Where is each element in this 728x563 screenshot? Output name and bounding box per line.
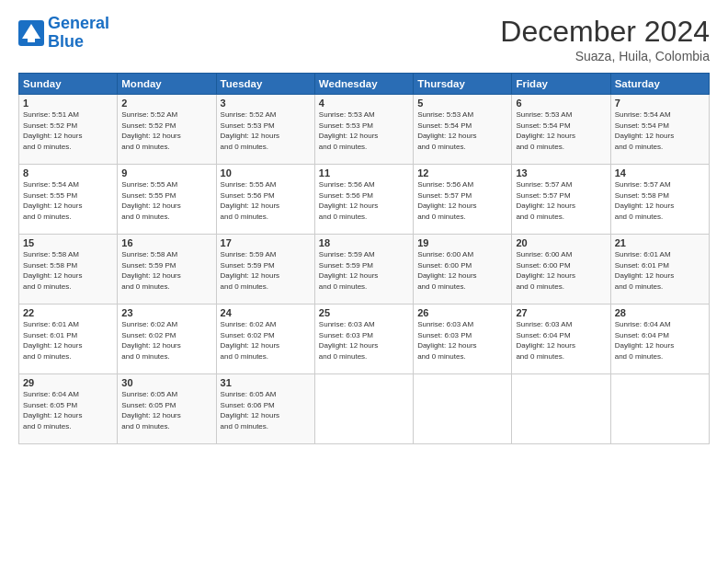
calendar-cell: 14Sunrise: 5:57 AMSunset: 5:58 PMDayligh…	[610, 165, 709, 235]
day-number: 5	[417, 98, 507, 109]
day-number: 19	[417, 237, 507, 248]
day-info: Sunrise: 5:58 AMSunset: 5:58 PMDaylight:…	[23, 249, 113, 292]
calendar-cell: 1Sunrise: 5:51 AMSunset: 5:52 PMDaylight…	[19, 95, 118, 165]
calendar-cell: 26Sunrise: 6:03 AMSunset: 6:03 PMDayligh…	[414, 304, 512, 374]
day-info: Sunrise: 6:03 AMSunset: 6:03 PMDaylight:…	[417, 319, 507, 362]
day-number: 30	[121, 377, 211, 388]
calendar-row: 8Sunrise: 5:54 AMSunset: 5:55 PMDaylight…	[19, 165, 710, 235]
day-number: 16	[121, 237, 211, 248]
day-info: Sunrise: 5:52 AMSunset: 5:53 PMDaylight:…	[221, 109, 311, 152]
calendar-row: 1Sunrise: 5:51 AMSunset: 5:52 PMDaylight…	[19, 95, 710, 165]
day-number: 3	[221, 98, 311, 109]
day-info: Sunrise: 6:02 AMSunset: 6:02 PMDaylight:…	[121, 319, 211, 362]
calendar-cell: 8Sunrise: 5:54 AMSunset: 5:55 PMDaylight…	[19, 165, 118, 235]
day-number: 28	[615, 307, 705, 318]
calendar-table: Sunday Monday Tuesday Wednesday Thursday…	[18, 73, 710, 444]
svg-rect-2	[28, 35, 35, 42]
day-info: Sunrise: 6:03 AMSunset: 6:03 PMDaylight:…	[319, 319, 409, 362]
day-number: 20	[516, 237, 606, 248]
calendar-cell: 20Sunrise: 6:00 AMSunset: 6:00 PMDayligh…	[512, 235, 610, 304]
calendar-cell: 9Sunrise: 5:55 AMSunset: 5:55 PMDaylight…	[118, 165, 216, 235]
calendar-cell: 15Sunrise: 5:58 AMSunset: 5:58 PMDayligh…	[19, 235, 118, 304]
day-number: 4	[319, 98, 409, 109]
day-number: 15	[23, 237, 113, 248]
calendar-cell: 19Sunrise: 6:00 AMSunset: 6:00 PMDayligh…	[414, 235, 512, 304]
day-number: 6	[516, 98, 606, 109]
day-info: Sunrise: 6:05 AMSunset: 6:06 PMDaylight:…	[221, 389, 311, 431]
day-info: Sunrise: 5:57 AMSunset: 5:57 PMDaylight:…	[516, 179, 606, 222]
day-number: 17	[221, 237, 311, 248]
col-sunday: Sunday	[19, 74, 118, 95]
day-info: Sunrise: 6:00 AMSunset: 6:00 PMDaylight:…	[516, 249, 606, 292]
day-info: Sunrise: 6:03 AMSunset: 6:04 PMDaylight:…	[516, 319, 606, 362]
col-thursday: Thursday	[414, 74, 512, 95]
calendar-row: 29Sunrise: 6:04 AMSunset: 6:05 PMDayligh…	[19, 374, 710, 444]
day-info: Sunrise: 5:58 AMSunset: 5:59 PMDaylight:…	[121, 249, 211, 292]
logo-text: GeneralBlue	[48, 15, 109, 52]
day-info: Sunrise: 5:53 AMSunset: 5:54 PMDaylight:…	[417, 109, 507, 152]
calendar-row: 15Sunrise: 5:58 AMSunset: 5:58 PMDayligh…	[19, 235, 710, 304]
col-monday: Monday	[118, 74, 216, 95]
day-info: Sunrise: 6:01 AMSunset: 6:01 PMDaylight:…	[23, 319, 113, 362]
day-number: 1	[23, 98, 113, 109]
day-info: Sunrise: 6:04 AMSunset: 6:05 PMDaylight:…	[23, 389, 113, 431]
calendar-cell: 28Sunrise: 6:04 AMSunset: 6:04 PMDayligh…	[610, 304, 709, 374]
day-number: 23	[121, 307, 211, 318]
day-number: 14	[615, 167, 705, 178]
col-friday: Friday	[512, 74, 610, 95]
day-number: 12	[417, 167, 507, 178]
day-info: Sunrise: 5:51 AMSunset: 5:52 PMDaylight:…	[23, 109, 113, 152]
calendar-cell: 23Sunrise: 6:02 AMSunset: 6:02 PMDayligh…	[118, 304, 216, 374]
day-info: Sunrise: 6:05 AMSunset: 6:05 PMDaylight:…	[121, 389, 211, 431]
calendar-cell: 4Sunrise: 5:53 AMSunset: 5:53 PMDaylight…	[314, 95, 413, 165]
month-title: December 2024	[500, 15, 710, 49]
day-info: Sunrise: 6:00 AMSunset: 6:00 PMDaylight:…	[417, 249, 507, 292]
calendar-cell	[314, 374, 413, 444]
calendar-cell: 6Sunrise: 5:53 AMSunset: 5:54 PMDaylight…	[512, 95, 610, 165]
calendar-cell	[610, 374, 709, 444]
day-number: 8	[23, 167, 113, 178]
day-info: Sunrise: 5:52 AMSunset: 5:52 PMDaylight:…	[121, 109, 211, 152]
day-info: Sunrise: 5:56 AMSunset: 5:57 PMDaylight:…	[417, 179, 507, 222]
day-number: 10	[221, 167, 311, 178]
calendar-header-row: Sunday Monday Tuesday Wednesday Thursday…	[19, 74, 710, 95]
day-number: 31	[221, 377, 311, 388]
calendar-cell: 3Sunrise: 5:52 AMSunset: 5:53 PMDaylight…	[216, 95, 314, 165]
day-number: 9	[121, 167, 211, 178]
day-info: Sunrise: 6:04 AMSunset: 6:04 PMDaylight:…	[615, 319, 705, 362]
calendar-cell: 31Sunrise: 6:05 AMSunset: 6:06 PMDayligh…	[216, 374, 314, 444]
day-number: 29	[23, 377, 113, 388]
logo: GeneralBlue	[18, 15, 109, 52]
day-info: Sunrise: 5:54 AMSunset: 5:54 PMDaylight:…	[615, 109, 705, 152]
location: Suaza, Huila, Colombia	[500, 49, 710, 63]
calendar-cell: 11Sunrise: 5:56 AMSunset: 5:56 PMDayligh…	[314, 165, 413, 235]
day-info: Sunrise: 5:53 AMSunset: 5:53 PMDaylight:…	[319, 109, 409, 152]
day-number: 27	[516, 307, 606, 318]
day-info: Sunrise: 5:59 AMSunset: 5:59 PMDaylight:…	[221, 249, 311, 292]
day-number: 18	[319, 237, 409, 248]
calendar-cell: 22Sunrise: 6:01 AMSunset: 6:01 PMDayligh…	[19, 304, 118, 374]
logo-icon	[18, 20, 44, 46]
page-header: GeneralBlue December 2024 Suaza, Huila, …	[18, 15, 710, 63]
title-section: December 2024 Suaza, Huila, Colombia	[500, 15, 710, 63]
day-number: 13	[516, 167, 606, 178]
day-info: Sunrise: 5:56 AMSunset: 5:56 PMDaylight:…	[319, 179, 409, 222]
day-number: 11	[319, 167, 409, 178]
calendar-page: GeneralBlue December 2024 Suaza, Huila, …	[0, 0, 728, 563]
calendar-cell: 12Sunrise: 5:56 AMSunset: 5:57 PMDayligh…	[414, 165, 512, 235]
day-number: 2	[121, 98, 211, 109]
calendar-row: 22Sunrise: 6:01 AMSunset: 6:01 PMDayligh…	[19, 304, 710, 374]
calendar-cell: 16Sunrise: 5:58 AMSunset: 5:59 PMDayligh…	[118, 235, 216, 304]
col-wednesday: Wednesday	[314, 74, 413, 95]
day-info: Sunrise: 5:54 AMSunset: 5:55 PMDaylight:…	[23, 179, 113, 222]
col-saturday: Saturday	[610, 74, 709, 95]
day-info: Sunrise: 5:53 AMSunset: 5:54 PMDaylight:…	[516, 109, 606, 152]
calendar-cell: 13Sunrise: 5:57 AMSunset: 5:57 PMDayligh…	[512, 165, 610, 235]
col-tuesday: Tuesday	[216, 74, 314, 95]
day-number: 25	[319, 307, 409, 318]
calendar-cell: 18Sunrise: 5:59 AMSunset: 5:59 PMDayligh…	[314, 235, 413, 304]
day-info: Sunrise: 5:57 AMSunset: 5:58 PMDaylight:…	[615, 179, 705, 222]
day-number: 21	[615, 237, 705, 248]
calendar-cell	[512, 374, 610, 444]
calendar-cell: 17Sunrise: 5:59 AMSunset: 5:59 PMDayligh…	[216, 235, 314, 304]
